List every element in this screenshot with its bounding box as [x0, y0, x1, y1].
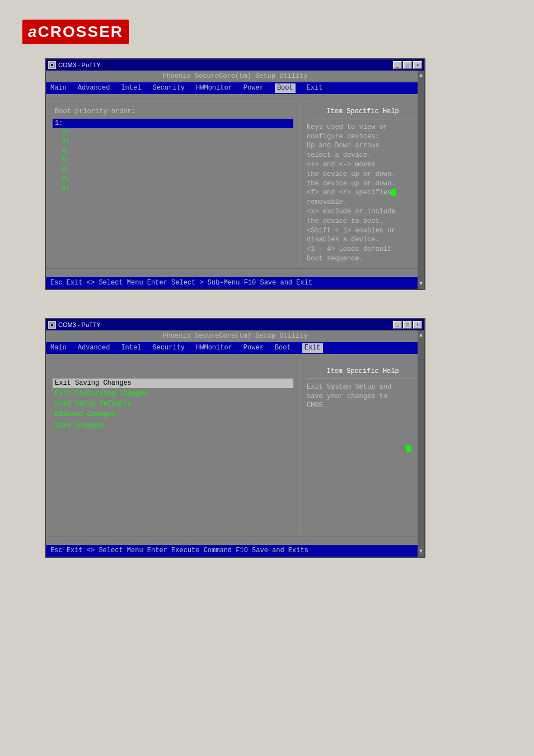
boot-item-5[interactable]: 5:: [53, 156, 293, 166]
boot-item-8[interactable]: 8:: [53, 184, 293, 194]
bios-header1-text: Phoenix SecureCore(tm) Setup Utility: [162, 72, 307, 80]
menu-main2[interactable]: Main: [50, 343, 67, 353]
svg-rect-3: [51, 324, 53, 326]
boot-item-7[interactable]: 7:: [53, 175, 293, 185]
putty-icon1: [48, 61, 56, 69]
bios-screen2: ▲ ▼ Phoenix SecureCore(tm) Setup Utility…: [46, 330, 424, 557]
bios-sep1: ----------------------------------------…: [46, 94, 424, 102]
window1: COM3 - PuTTY _ □ × ▲ ▼ Phoenix SecureCor…: [45, 58, 425, 290]
boot-item-3[interactable]: 3:: [53, 137, 293, 147]
bios-sep-bottom2: ----------------------------------------…: [46, 536, 424, 545]
window2: COM3 - PuTTY _ □ × ▲ ▼ Phoenix SecureCor…: [45, 318, 425, 558]
menu-power1[interactable]: Power: [243, 83, 264, 93]
menu-hwmonitor1[interactable]: HWMonitor: [196, 83, 232, 93]
bios-help-line-4: select a device.: [307, 151, 419, 160]
bios-header2-text: Phoenix SecureCore(tm) Setup Utility: [162, 332, 307, 340]
maximize-button1[interactable]: □: [403, 61, 412, 69]
bios-statusbar1: Esc Exit <> Select Menu Enter Select > S…: [46, 277, 424, 289]
bios-right-sep1: [307, 119, 419, 119]
statusbar1-text: Esc Exit <> Select Menu Enter Select > S…: [50, 278, 312, 288]
bios-right-title1: Item Specific Help: [307, 107, 419, 116]
titlebar2-buttons[interactable]: _ □ ×: [393, 321, 422, 329]
spacer2: [53, 367, 293, 376]
logo-area: aCROSSER: [11, 11, 523, 58]
menu-security1[interactable]: Security: [152, 83, 185, 93]
menu-advanced2[interactable]: Advanced: [78, 343, 110, 353]
bios-menubar1[interactable]: Main Advanced Intel Security HWMonitor P…: [46, 82, 424, 94]
bios-right2: Item Specific Help Exit System Setup and…: [301, 362, 424, 536]
boot-priority-label: Boot priority order:: [53, 107, 293, 116]
cursor2-area: [307, 444, 419, 454]
svg-rect-1: [51, 64, 53, 66]
bios-help2-line-3: CMOS.: [307, 401, 419, 410]
menu-exit1[interactable]: Exit: [307, 83, 323, 93]
bios-sep2: ----------------------------------------…: [46, 354, 424, 362]
bios-help-line-10: <x> exclude or include: [307, 207, 419, 217]
bios-help-line-13: disables a device.: [307, 235, 419, 245]
minimize-button1[interactable]: _: [393, 61, 402, 69]
bios-screen1: ▲ ▼ Phoenix SecureCore(tm) Setup Utility…: [46, 71, 424, 289]
menu-boot1[interactable]: Boot: [275, 83, 296, 93]
logo-text: aCROSSER: [28, 23, 123, 41]
bios-help-line-12: <Shift + 1> enables or: [307, 226, 419, 236]
menu-power2[interactable]: Power: [243, 343, 264, 353]
bios-left2: Exit Saving Changes Exit Discarding Chan…: [46, 362, 301, 536]
bios-help-line-9: removable.: [307, 198, 419, 207]
menu-advanced1[interactable]: Advanced: [78, 83, 110, 93]
menu-boot2[interactable]: Boot: [275, 343, 291, 353]
titlebar1: COM3 - PuTTY _ □ ×: [46, 59, 424, 71]
menu-main1[interactable]: Main: [50, 83, 67, 93]
putty-icon2: [48, 321, 56, 329]
titlebar1-buttons[interactable]: _ □ ×: [393, 61, 422, 69]
exit-saving-changes[interactable]: Exit Saving Changes: [53, 379, 293, 388]
boot-item-6[interactable]: 6:: [53, 166, 293, 175]
bios-help-line-11: the device to boot.: [307, 217, 419, 226]
bios-help-line-5: <+> and <-> moves: [307, 160, 419, 170]
save-changes[interactable]: Save Changes: [53, 421, 293, 430]
close-button1[interactable]: ×: [413, 61, 422, 69]
bios-left1: Boot priority order: 1: 2: 3: 4: 5: 6: 7…: [46, 102, 301, 268]
titlebar1-left: COM3 - PuTTY: [48, 61, 101, 69]
logo-box: aCROSSER: [22, 20, 129, 44]
statusbar2-text: Esc Exit <> Select Menu Enter Execute Co…: [50, 546, 308, 556]
titlebar1-text: COM3 - PuTTY: [58, 62, 101, 68]
bios-content2: Exit Saving Changes Exit Discarding Chan…: [46, 362, 424, 536]
bios-help-line-6: the device up or down.: [307, 170, 419, 179]
titlebar2: COM3 - PuTTY _ □ ×: [46, 319, 424, 330]
bios-right1: Item Specific Help Keys used to view or …: [301, 102, 424, 268]
bios-help2-line-2: save your changes to: [307, 392, 419, 402]
boot-item-2[interactable]: 2:: [53, 128, 293, 138]
titlebar2-text: COM3 - PuTTY: [58, 321, 101, 328]
cursor1: [391, 189, 396, 196]
bios-right-title2: Item Specific Help: [307, 367, 419, 376]
menu-intel2[interactable]: Intel: [121, 343, 141, 353]
bios-help-line-8: <f> and <r> specifies: [307, 188, 419, 198]
bios-help2-line-1: Exit System Setup and: [307, 382, 419, 392]
minimize-button2[interactable]: _: [393, 321, 402, 329]
bios-content1: Boot priority order: 1: 2: 3: 4: 5: 6: 7…: [46, 102, 424, 268]
cursor2: [406, 445, 411, 452]
load-setup-defaults[interactable]: Load Setup Defaults: [53, 399, 293, 409]
discard-changes[interactable]: Discard Changes: [53, 410, 293, 419]
exit-discarding-changes[interactable]: Exit Discarding Changes: [53, 389, 293, 399]
bios-menubar2[interactable]: Main Advanced Intel Security HWMonitor P…: [46, 342, 424, 354]
maximize-button2[interactable]: □: [403, 321, 412, 329]
bios-header1: Phoenix SecureCore(tm) Setup Utility: [46, 71, 424, 82]
bios-help-line-7: the device up or down.: [307, 179, 419, 189]
bios-help-line-1: Keys used to view or: [307, 123, 419, 132]
bios-help-line-15: boot sequence.: [307, 254, 419, 264]
bios-header2: Phoenix SecureCore(tm) Setup Utility: [46, 330, 424, 342]
menu-security2[interactable]: Security: [152, 343, 185, 353]
bios-help-line-2: configure devices:: [307, 132, 419, 142]
bios-statusbar2: Esc Exit <> Select Menu Enter Execute Co…: [46, 545, 424, 557]
titlebar2-left: COM3 - PuTTY: [48, 321, 101, 329]
bios-sep-bottom1: ----------------------------------------…: [46, 268, 424, 277]
bios-help-line-14: <1 - 4> Loads default: [307, 245, 419, 254]
close-button2[interactable]: ×: [413, 321, 422, 329]
menu-intel1[interactable]: Intel: [121, 83, 141, 93]
menu-hwmonitor2[interactable]: HWMonitor: [196, 343, 232, 353]
bios-right-sep2: [307, 379, 419, 379]
boot-item-4[interactable]: 4:: [53, 147, 293, 156]
boot-item-1[interactable]: 1:: [53, 119, 293, 128]
menu-exit2[interactable]: Exit: [302, 343, 323, 353]
